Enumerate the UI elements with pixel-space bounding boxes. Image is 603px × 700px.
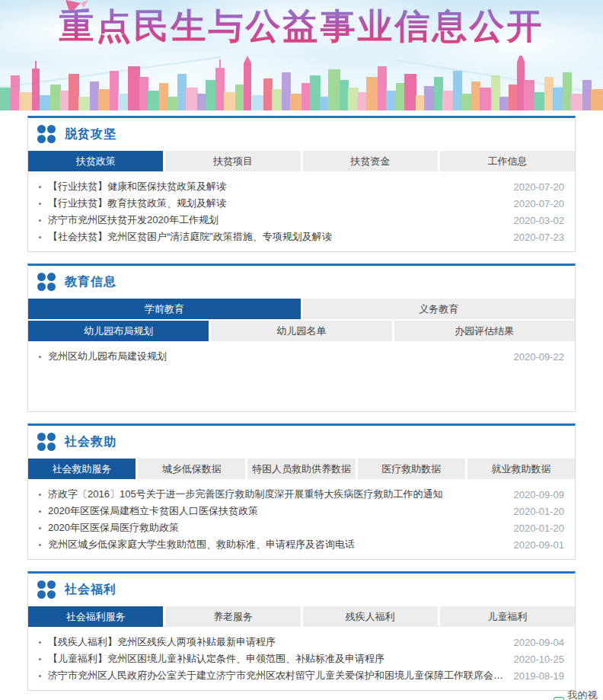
list-item[interactable]: 兖州区幼儿园布局建设规划2020-09-22 [39, 348, 564, 365]
tab-item[interactable]: 养老服务 [165, 606, 300, 627]
banner: 重点民生与公益事业信息公开 [0, 0, 603, 110]
news-link[interactable]: 兖州区幼儿园布局建设规划 [48, 350, 514, 363]
list-item[interactable]: 兖州区城乡低保家庭大学生救助范围、救助标准、申请程序及咨询电话2020-09-0… [39, 536, 564, 553]
tab-item[interactable]: 就业救助数据 [467, 459, 575, 479]
bullet-icon [39, 186, 41, 188]
news-list: 济政字〔2016〕105号关于进一步完善医疗救助制度深开展重特大疾病医疗救助工作… [28, 479, 575, 559]
news-date: 2020-09-22 [514, 351, 565, 363]
bullet-icon [39, 641, 41, 644]
news-date: 2020-07-20 [514, 181, 565, 193]
clover-icon [37, 273, 56, 292]
section-header: 教育信息 [28, 266, 575, 298]
news-link[interactable]: 【行业扶贫】健康和医保扶贫政策及解读 [48, 180, 514, 193]
news-list: 【行业扶贫】健康和医保扶贫政策及解读2020-07-20【行业扶贫】教育扶贫政策… [28, 171, 575, 251]
news-list: 【残疾人福利】兖州区残疾人两项补贴最新申请程序2020-09-04【儿童福利】兖… [28, 627, 575, 690]
tab-row: 社会福利服务养老服务残疾人福利儿童福利 [28, 606, 575, 627]
section-header: 社会救助 [28, 426, 575, 458]
news-link[interactable]: 济宁市兖州区人民政府办公室关于建立济宁市兖州区农村留守儿童关爱保护和困境儿童保障… [48, 669, 514, 682]
news-link[interactable]: 【社会扶贫】兖州区贫困户“清洁庭院”政策措施、专项规划及解读 [48, 230, 514, 244]
news-date: 2020-01-20 [514, 506, 565, 517]
list-item[interactable]: 2020年区医保局医疗救助政策2020-01-20 [39, 519, 564, 536]
news-link[interactable]: 2020年区医保局建档立卡贫困人口医保扶贫政策 [48, 504, 514, 518]
bullet-icon [39, 356, 41, 358]
tab-item[interactable]: 幼儿园布局规划 [28, 321, 209, 341]
tab-item[interactable]: 扶贫政策 [28, 151, 163, 171]
bullet-icon [39, 203, 41, 205]
news-link[interactable]: 【儿童福利】兖州区困境儿童补贴认定条件、申领范围、补贴标准及申请程序 [48, 652, 514, 666]
news-date: 2020-10-25 [514, 654, 565, 665]
tab-item[interactable]: 城乡低保数据 [138, 459, 245, 479]
section-education-info: 教育信息学前教育义务教育幼儿园布局规划幼儿园名单办园评估结果兖州区幼儿园布局建设… [27, 264, 576, 412]
bullet-icon [39, 658, 41, 660]
play-icon: ▶ [554, 697, 564, 700]
page-title: 重点民生与公益事业信息公开 [0, 3, 603, 50]
tab-item[interactable]: 学前教育 [28, 299, 301, 319]
list-item[interactable]: 【残疾人福利】兖州区残疾人两项补贴最新申请程序2020-09-04 [39, 634, 564, 650]
tab-item[interactable]: 扶贫项目 [165, 151, 300, 171]
news-date: 2020-09-04 [514, 637, 565, 648]
section-social-welfare: 社会福利社会福利服务养老服务残疾人福利儿童福利【残疾人福利】兖州区残疾人两项补贴… [27, 571, 576, 691]
news-date: 2019-08-19 [514, 670, 565, 682]
bullet-icon [39, 219, 41, 222]
list-item[interactable]: 2020年区医保局建档立卡贫困人口医保扶贫政策2020-01-20 [39, 503, 564, 519]
bullet-icon [39, 236, 41, 238]
list-item[interactable]: 济宁市兖州区扶贫开发2020年工作规划2020-03-02 [39, 212, 564, 229]
list-item[interactable]: 【行业扶贫】健康和医保扶贫政策及解读2020-07-20 [39, 178, 564, 195]
tab-row: 幼儿园布局规划幼儿园名单办园评估结果 [28, 321, 575, 341]
section-header: 脱贫攻坚 [28, 118, 575, 150]
tab-item[interactable]: 办园评估结果 [394, 321, 575, 341]
news-date: 2020-03-02 [514, 215, 565, 226]
section-title: 教育信息 [65, 274, 116, 290]
news-date: 2020-09-01 [514, 539, 565, 551]
section-header: 社会福利 [28, 574, 575, 606]
news-date: 2020-09-09 [514, 489, 565, 500]
tab-item[interactable]: 特困人员救助供养数据 [247, 459, 355, 479]
tab-item[interactable]: 扶贫资金 [303, 151, 438, 171]
section-title: 脱贫攻坚 [65, 126, 116, 142]
tab-item[interactable]: 儿童福利 [440, 606, 575, 627]
tab-item[interactable]: 残疾人福利 [303, 606, 438, 627]
news-date: 2020-01-20 [514, 523, 565, 534]
news-link[interactable]: 【残疾人福利】兖州区残疾人两项补贴最新申请程序 [48, 635, 514, 649]
list-item[interactable]: 【社会扶贫】兖州区贫困户“清洁庭院”政策措施、专项规划及解读2020-07-23 [39, 229, 564, 245]
news-link[interactable]: 2020年区医保局医疗救助政策 [48, 521, 514, 535]
video-overlay-button[interactable]: ▶ 我的视频 [554, 689, 603, 700]
news-link[interactable]: 兖州区城乡低保家庭大学生救助范围、救助标准、申请程序及咨询电话 [48, 538, 514, 551]
tab-item[interactable]: 幼儿园名单 [211, 321, 391, 341]
list-item[interactable]: 济宁市兖州区人民政府办公室关于建立济宁市兖州区农村留守儿童关爱保护和困境儿童保障… [39, 667, 564, 684]
bullet-icon [39, 494, 41, 496]
clover-icon [37, 125, 56, 144]
list-item[interactable]: 济政字〔2016〕105号关于进一步完善医疗救助制度深开展重特大疾病医疗救助工作… [39, 486, 564, 503]
news-link[interactable]: 【行业扶贫】教育扶贫政策、规划及解读 [48, 197, 514, 210]
section-title: 社会福利 [65, 582, 116, 598]
video-overlay-label: 我的视频 [568, 689, 603, 700]
section-poverty-alleviation: 脱贫攻坚扶贫政策扶贫项目扶贫资金工作信息【行业扶贫】健康和医保扶贫政策及解读20… [27, 116, 576, 252]
tab-row: 扶贫政策扶贫项目扶贫资金工作信息 [28, 151, 575, 171]
tab-row: 学前教育义务教育 [28, 299, 575, 319]
section-social-assistance: 社会救助社会救助服务城乡低保数据特困人员救助供养数据医疗救助数据就业救助数据济政… [27, 424, 576, 560]
bullet-icon [39, 527, 41, 529]
news-link[interactable]: 济政字〔2016〕105号关于进一步完善医疗救助制度深开展重特大疾病医疗救助工作… [48, 487, 514, 501]
tab-item[interactable]: 义务教育 [303, 299, 576, 319]
tab-item[interactable]: 医疗救助数据 [358, 459, 465, 479]
news-date: 2020-07-20 [514, 198, 565, 209]
tab-item[interactable]: 社会福利服务 [28, 606, 163, 627]
list-item[interactable]: 【行业扶贫】教育扶贫政策、规划及解读2020-07-20 [39, 195, 564, 212]
city-skyline [0, 56, 603, 110]
bullet-icon [39, 544, 41, 546]
clover-icon [37, 433, 56, 452]
page: 重点民生与公益事业信息公开 [0, 0, 603, 700]
bullet-icon [39, 675, 41, 677]
tab-item[interactable]: 社会救助服务 [28, 459, 136, 479]
clover-icon [37, 580, 56, 599]
tab-item[interactable]: 工作信息 [440, 151, 575, 171]
list-item[interactable]: 【儿童福利】兖州区困境儿童补贴认定条件、申领范围、补贴标准及申请程序2020-1… [39, 650, 564, 667]
section-title: 社会救助 [65, 434, 116, 450]
news-link[interactable]: 济宁市兖州区扶贫开发2020年工作规划 [48, 213, 514, 227]
news-list: 兖州区幼儿园布局建设规划2020-09-22 [28, 341, 575, 411]
main-content: 脱贫攻坚扶贫政策扶贫项目扶贫资金工作信息【行业扶贫】健康和医保扶贫政策及解读20… [27, 116, 576, 691]
bullet-icon [39, 510, 41, 513]
tab-row: 社会救助服务城乡低保数据特困人员救助供养数据医疗救助数据就业救助数据 [28, 459, 575, 479]
news-date: 2020-07-23 [514, 232, 565, 243]
